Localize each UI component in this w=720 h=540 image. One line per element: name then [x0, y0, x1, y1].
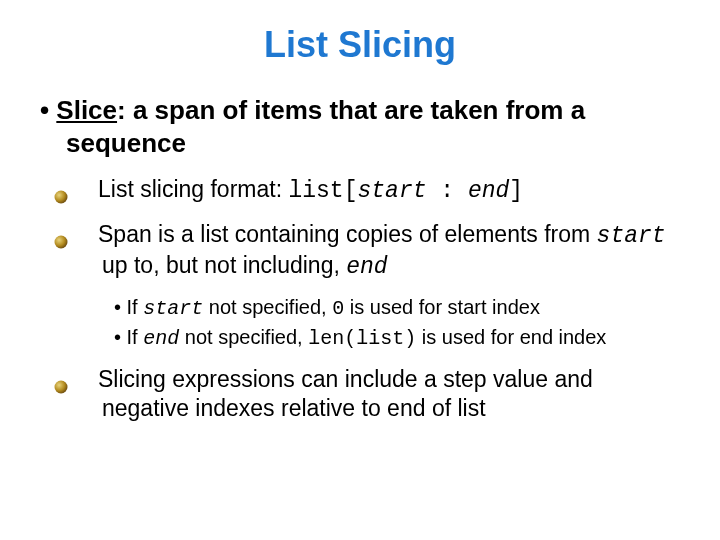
sub-bullet-format: List slicing format: list[start : end]	[40, 175, 680, 206]
sub-sub-group: If start not specified, 0 is used for st…	[40, 295, 680, 351]
subsub-b-len: len(list)	[308, 327, 416, 350]
subsub-a-2: not specified,	[203, 296, 332, 318]
subsub-b-1: If	[127, 326, 144, 348]
slide: List Slicing Slice: a span of items that…	[0, 0, 720, 540]
format-code-close: ]	[509, 178, 523, 204]
main-bullet-rest: : a span of items that are taken from a …	[66, 95, 585, 158]
format-code-start: start	[357, 178, 426, 204]
subsub-a-start: start	[143, 297, 203, 320]
main-bullet: Slice: a span of items that are taken fr…	[40, 94, 680, 159]
subsub-start: If start not specified, 0 is used for st…	[40, 295, 680, 321]
subsub-b-2: not specified,	[179, 326, 308, 348]
subsub-a-1: If	[127, 296, 144, 318]
svg-point-1	[55, 235, 68, 248]
svg-point-2	[55, 381, 68, 394]
bullet-icon	[78, 182, 92, 196]
subsub-b-3: is used for end index	[416, 326, 606, 348]
format-code-1: list[	[288, 178, 357, 204]
svg-point-0	[55, 190, 68, 203]
subsub-a-3: is used for start index	[344, 296, 540, 318]
sub-bullet-step: Slicing expressions can include a step v…	[40, 365, 680, 423]
sub-bullet-span: Span is a list containing copies of elem…	[40, 220, 680, 282]
step-text: Slicing expressions can include a step v…	[98, 366, 593, 421]
bullet-icon	[78, 227, 92, 241]
span-text-2: up to, but not including,	[102, 252, 346, 278]
subsub-a-zero: 0	[332, 297, 344, 320]
span-code-start: start	[597, 223, 666, 249]
format-text: List slicing format:	[98, 176, 288, 202]
subsub-end: If end not specified, len(list) is used …	[40, 325, 680, 351]
bullet-icon	[78, 372, 92, 386]
term-slice: Slice	[56, 95, 117, 125]
format-code-colon: :	[426, 178, 467, 204]
format-code-end: end	[468, 178, 509, 204]
subsub-b-end: end	[143, 327, 179, 350]
slide-title: List Slicing	[40, 24, 680, 66]
span-code-end: end	[346, 254, 387, 280]
span-text-1: Span is a list containing copies of elem…	[98, 221, 597, 247]
